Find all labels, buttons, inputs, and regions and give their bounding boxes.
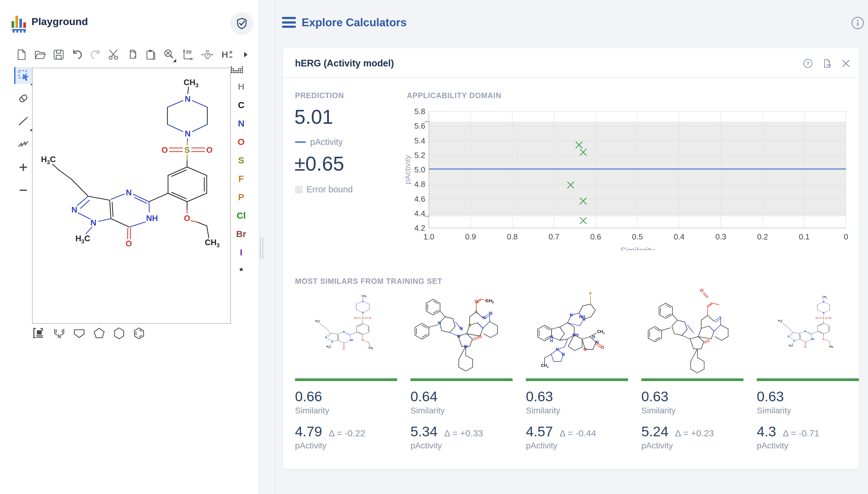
similarity-label: Similarity bbox=[757, 406, 859, 416]
new-document-button[interactable] bbox=[16, 48, 28, 61]
benzene-template-button[interactable] bbox=[132, 327, 146, 340]
svg-text:F: F bbox=[589, 291, 592, 296]
menu-icon[interactable] bbox=[282, 17, 296, 28]
error-bound-label: Error bound bbox=[306, 185, 353, 194]
svg-text:O: O bbox=[125, 239, 132, 248]
open-ring-template-button[interactable] bbox=[73, 327, 86, 340]
export-icon[interactable] bbox=[821, 57, 832, 70]
open-file-button[interactable] bbox=[34, 48, 46, 61]
element-button-S[interactable]: S bbox=[238, 155, 244, 166]
close-icon[interactable] bbox=[841, 57, 851, 70]
pactivity-delta: Δ = -0.71 bbox=[783, 428, 819, 438]
svg-text:H3C: H3C bbox=[41, 155, 56, 166]
dropdown-corner bbox=[173, 59, 176, 62]
element-button-Cl[interactable]: Cl bbox=[237, 210, 246, 221]
pactivity-delta: Δ = +0.23 bbox=[675, 428, 714, 438]
charge-plus-tool[interactable] bbox=[15, 159, 32, 176]
cyclohexane-template-button[interactable] bbox=[112, 327, 126, 340]
svg-text:N: N bbox=[556, 347, 559, 352]
single-bond-tool[interactable] bbox=[15, 113, 32, 130]
abbreviation-template-button[interactable] bbox=[33, 327, 46, 340]
erase-tool[interactable] bbox=[15, 90, 32, 107]
element-bar: HCNOSFPClBrI* bbox=[232, 81, 250, 276]
y-tick-label: 5.0 bbox=[414, 165, 425, 174]
x-tick-label: 1.0 bbox=[423, 232, 434, 241]
model-card-title: hERG (Activity model) bbox=[295, 58, 394, 69]
element-button-N[interactable]: N bbox=[238, 118, 245, 129]
pactivity-value: 5.24 bbox=[641, 423, 669, 440]
svg-text:N: N bbox=[438, 320, 441, 325]
select-tool[interactable] bbox=[14, 67, 32, 84]
similarity-label: Similarity bbox=[641, 406, 743, 416]
similar-molecule-image: NN NN SS ON N OCH3 bbox=[411, 289, 512, 377]
template-bar: N bbox=[33, 327, 202, 340]
editor-toolbar: 2D (?) H bbox=[16, 45, 251, 64]
element-button-Br[interactable]: Br bbox=[236, 229, 246, 239]
similarity-label: Similarity bbox=[411, 406, 512, 416]
element-button-F[interactable]: F bbox=[238, 174, 244, 184]
copy-button[interactable] bbox=[126, 48, 138, 61]
svg-text:N: N bbox=[489, 310, 493, 316]
info-button[interactable] bbox=[850, 16, 865, 30]
paste-button[interactable] bbox=[145, 48, 157, 61]
element-button-P[interactable]: P bbox=[238, 192, 244, 202]
x-tick-label: 0.6 bbox=[590, 232, 601, 241]
similar-molecules-row: 0.66 Similarity 4.79 Δ = -0.22 pActivity bbox=[295, 289, 859, 451]
save-button[interactable] bbox=[53, 48, 65, 61]
x-tick-label: 0.2 bbox=[757, 232, 768, 241]
svg-text:H: H bbox=[221, 50, 228, 59]
x-tick-label: 0.3 bbox=[716, 232, 726, 241]
pactivity-label: pActivity bbox=[411, 441, 512, 451]
y-tick-label: 5.4 bbox=[414, 136, 425, 145]
hydrogen-add-remove-button[interactable]: H bbox=[220, 48, 233, 61]
prediction-value-label: pActivity bbox=[310, 137, 343, 147]
svg-text:S: S bbox=[184, 146, 190, 155]
pactivity-value: 4.79 bbox=[295, 423, 322, 440]
similar-molecule-card: 0.66 Similarity 4.79 Δ = -0.22 pActivity bbox=[295, 289, 397, 451]
similar-molecule-image bbox=[295, 289, 397, 377]
svg-text:N: N bbox=[185, 129, 191, 138]
help-icon[interactable]: ? bbox=[803, 57, 813, 70]
layout-2d-button[interactable]: 2D bbox=[182, 48, 194, 61]
svg-text:N: N bbox=[562, 352, 565, 357]
svg-text:O: O bbox=[206, 146, 213, 155]
query-structure-button[interactable]: (?) bbox=[201, 48, 214, 61]
svg-text:N: N bbox=[596, 340, 599, 344]
similars-section-label: MOST SIMILARS FROM TRAINING SET bbox=[295, 277, 442, 286]
similar-molecule-card: O 0.63 Similarity 5.24 Δ = +0.23 pActivi… bbox=[641, 289, 743, 451]
pactivity-value: 4.3 bbox=[757, 423, 776, 440]
svg-text:O: O bbox=[478, 334, 482, 339]
redo-button[interactable] bbox=[89, 48, 101, 61]
prediction-line-swatch bbox=[295, 141, 306, 143]
similarity-bar bbox=[526, 378, 628, 381]
pactivity-value: 5.34 bbox=[411, 423, 438, 440]
expand-toolbar-button[interactable] bbox=[240, 48, 251, 61]
svg-text:CH3: CH3 bbox=[541, 363, 548, 369]
card-header-divider bbox=[283, 77, 859, 78]
svg-text:N: N bbox=[457, 334, 460, 339]
svg-text:N: N bbox=[126, 188, 132, 197]
panel-resize-handle[interactable] bbox=[260, 238, 264, 259]
x-tick-label: 0.1 bbox=[799, 232, 810, 241]
cut-button[interactable] bbox=[108, 48, 120, 61]
pactivity-delta: Δ = +0.33 bbox=[444, 428, 483, 438]
svg-text:NH: NH bbox=[146, 214, 158, 223]
chain-tool[interactable] bbox=[15, 136, 32, 153]
element-button-I[interactable]: I bbox=[240, 247, 242, 258]
structure-canvas[interactable]: CH3 N N S O O O CH3 N NH O N N H3C bbox=[32, 68, 231, 324]
element-button-C[interactable]: C bbox=[238, 100, 245, 110]
similarity-value: 0.66 bbox=[295, 388, 397, 405]
pyrrole-template-button[interactable]: N bbox=[53, 327, 66, 340]
similarity-value: 0.64 bbox=[411, 388, 512, 405]
element-button-H[interactable]: H bbox=[238, 81, 245, 92]
zoom-reset-button[interactable] bbox=[163, 48, 175, 61]
undo-button[interactable] bbox=[71, 48, 83, 61]
error-bound-legend: Error bound bbox=[295, 185, 353, 194]
periodic-table-icon[interactable] bbox=[231, 66, 244, 75]
charge-minus-tool[interactable] bbox=[15, 182, 32, 199]
cyclopentane-template-button[interactable] bbox=[92, 327, 106, 340]
element-button-O[interactable]: O bbox=[238, 137, 245, 147]
svg-text:N: N bbox=[592, 334, 595, 339]
element-button-*[interactable]: * bbox=[239, 266, 243, 276]
validate-structure-button[interactable] bbox=[230, 12, 253, 35]
